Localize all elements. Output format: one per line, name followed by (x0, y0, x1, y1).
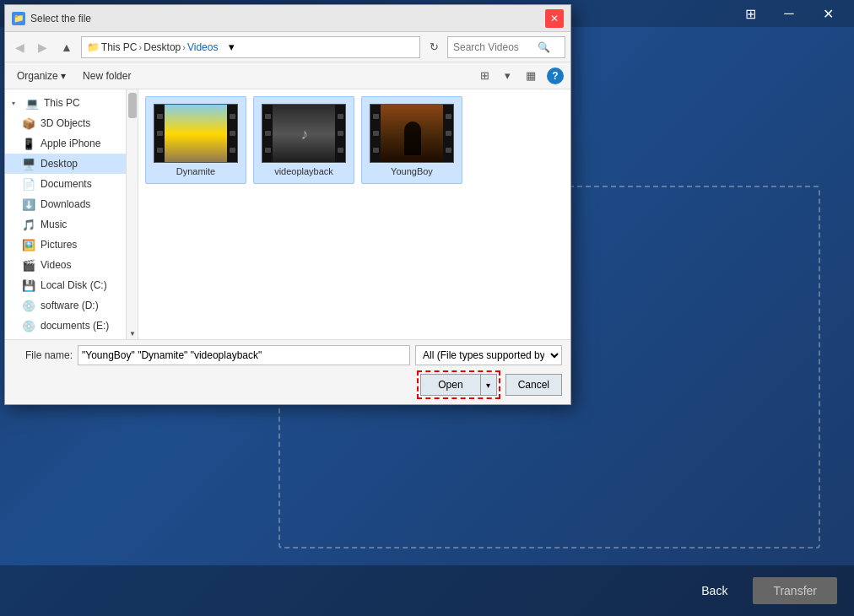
minimize-btn[interactable]: ─ (770, 0, 808, 27)
video-thumb-dynamite (154, 104, 238, 163)
sidebar-item-thispc[interactable]: ▾ 💻 This PC (5, 93, 138, 113)
scroll-thumb[interactable] (128, 93, 137, 118)
thispc-label: This PC (44, 97, 80, 109)
thispc-icon: 💻 (25, 96, 39, 110)
search-input[interactable] (453, 41, 538, 53)
sidebar-item-software-d[interactable]: 💿 software (D:) (5, 295, 138, 316)
film-hole (230, 131, 235, 136)
video-thumb-videoplayback: ♪ (262, 104, 346, 163)
pictures-label: Pictures (41, 239, 77, 251)
software-d-icon: 💿 (22, 299, 35, 312)
scroll-down-button[interactable]: ▼ (127, 327, 138, 339)
refresh-button[interactable]: ↻ (424, 36, 444, 58)
organize-label: Organize (17, 70, 58, 82)
film-hole (157, 148, 163, 153)
address-dropdown-button[interactable]: ▾ (223, 36, 240, 58)
sidebar-item-downloads[interactable]: ⬇️ Downloads (5, 194, 138, 214)
bottom-bar: Back Transfer (0, 565, 854, 616)
grid-view-btn[interactable]: ⊞ (731, 0, 770, 27)
sidebar-item-3dobjects[interactable]: 📦 3D Objects (5, 113, 138, 133)
film-hole (157, 131, 163, 136)
local-disk-c-icon: 💾 (22, 278, 35, 292)
dialog-title: Select the file (30, 13, 540, 24)
video-thumb-youngboy (370, 104, 454, 163)
sidebar-scrollbar[interactable]: ▲ ▼ (126, 89, 138, 339)
sidebar-item-documents-e[interactable]: 💿 documents (E:) (5, 316, 138, 336)
open-button[interactable]: Open (420, 374, 479, 396)
help-button[interactable]: ? (547, 68, 564, 84)
open-dropdown-button[interactable]: ▾ (480, 374, 497, 396)
sidebar: ▾ 💻 This PC 📦 3D Objects 📱 Apple iPhone … (5, 89, 138, 339)
sidebar-item-documents[interactable]: 📄 Documents (5, 174, 138, 194)
apple-iphone-label: Apple iPhone (41, 138, 100, 149)
file-name-input[interactable] (78, 345, 410, 365)
apple-iphone-icon: 📱 (22, 137, 35, 150)
sidebar-item-desktop[interactable]: 🖥️ Desktop (5, 154, 138, 174)
file-name-label: File name: (14, 349, 73, 361)
sidebar-item-videos[interactable]: 🎬 Videos (5, 255, 138, 275)
dialog-close-button[interactable]: ✕ (545, 9, 564, 28)
documents-e-icon: 💿 (22, 319, 35, 332)
secondary-toolbar: Organize ▾ New folder ⊞ ▾ ▦ ? (5, 62, 570, 89)
downloads-icon: ⬇️ (22, 197, 35, 211)
software-d-label: software (D:) (41, 300, 99, 311)
film-strip-right-youngboy (443, 105, 453, 162)
back-button[interactable]: Back (684, 577, 744, 604)
organize-arrow: ▾ (61, 70, 66, 82)
3dobjects-icon: 📦 (22, 116, 35, 130)
film-hole (446, 131, 451, 136)
film-hole (230, 114, 235, 119)
film-strip-right-dynamite (227, 105, 237, 162)
sidebar-item-apple-iphone[interactable]: 📱 Apple iPhone (5, 133, 138, 154)
thumb-visual-dynamite (165, 105, 229, 163)
search-icon-button[interactable]: 🔍 (538, 41, 550, 53)
preview-pane-button[interactable]: ▦ (522, 66, 540, 85)
view-dropdown-button[interactable]: ▾ (500, 66, 515, 85)
sidebar-item-local-disk-c[interactable]: 💾 Local Disk (C:) (5, 275, 138, 295)
address-folder-icon: 📁 (87, 41, 100, 53)
cancel-button[interactable]: Cancel (505, 374, 562, 396)
new-folder-button[interactable]: New folder (78, 67, 136, 85)
videos-icon: 🎬 (22, 258, 35, 272)
thumb-visual-youngboy (381, 105, 445, 163)
thumb-content-videoplayback: ♪ (273, 105, 337, 163)
local-disk-c-label: Local Disk (C:) (41, 279, 107, 291)
app-close-btn[interactable]: ✕ (808, 0, 847, 27)
file-type-select[interactable]: All (File types supported by the (415, 345, 562, 365)
file-label-videoplayback: videoplayback (274, 166, 333, 176)
dialog-bottom: File name: All (File types supported by … (5, 339, 570, 404)
desktop-label: Desktop (41, 158, 78, 170)
file-label-dynamite: Dynamite (176, 166, 215, 176)
film-hole (446, 148, 451, 153)
file-item-dynamite[interactable]: Dynamite (145, 96, 246, 184)
music-icon: 🎵 (22, 218, 35, 231)
film-strip-left-videoplayback (262, 105, 273, 162)
address-thispc: This PC (101, 41, 138, 53)
file-item-youngboy[interactable]: YoungBoy (361, 96, 462, 184)
nav-back-button[interactable]: ◀ (10, 37, 30, 57)
documents-icon: 📄 (22, 177, 35, 191)
thumb-content-youngboy (381, 105, 445, 163)
file-dialog: 📁 Select the file ✕ ◀ ▶ ▲ 📁 This PC › De… (4, 4, 571, 405)
dialog-main: ▾ 💻 This PC 📦 3D Objects 📱 Apple iPhone … (5, 89, 570, 339)
transfer-button[interactable]: Transfer (753, 577, 837, 604)
dialog-icon: 📁 (12, 12, 25, 25)
sidebar-item-pictures[interactable]: 🖼️ Pictures (5, 235, 138, 255)
film-hole (373, 114, 379, 119)
file-item-videoplayback[interactable]: ♪ videoplayback (253, 96, 354, 184)
thumb-content-dynamite (165, 105, 229, 163)
view-options-button[interactable]: ⊞ (476, 66, 494, 85)
film-hole (373, 148, 379, 153)
film-hole (338, 114, 343, 119)
organize-button[interactable]: Organize ▾ (12, 67, 71, 85)
nav-up-button[interactable]: ▲ (56, 37, 78, 57)
dialog-titlebar: 📁 Select the file ✕ (5, 5, 570, 32)
nav-forward-button[interactable]: ▶ (33, 37, 52, 57)
address-bar[interactable]: 📁 This PC › Desktop › Videos ▾ (81, 36, 420, 58)
address-toolbar: ◀ ▶ ▲ 📁 This PC › Desktop › Videos ▾ ↻ 🔍 (5, 32, 570, 62)
sidebar-item-music[interactable]: 🎵 Music (5, 214, 138, 235)
thumb-visual-videoplayback: ♪ (273, 105, 337, 163)
downloads-label: Downloads (41, 198, 90, 210)
music-label: Music (41, 219, 67, 230)
desktop-icon: 🖥️ (22, 157, 35, 170)
